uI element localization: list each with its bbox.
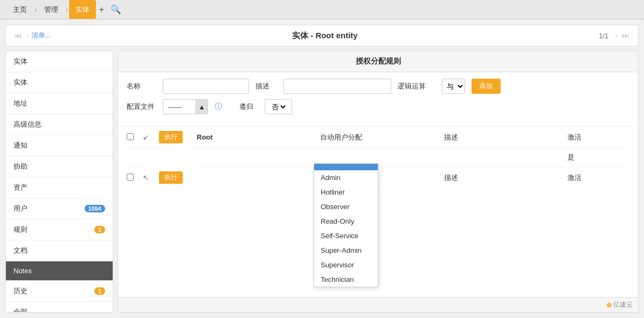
sidebar-label-entity1: 实体 — [13, 57, 27, 66]
row2-active-header: 激活 — [567, 173, 629, 183]
logic-select-input[interactable]: 与 或 — [442, 82, 465, 91]
page-header: ⏮ ‹ 清单... 实体 - Root entity 1/1 › ⏭ — [5, 25, 639, 46]
sidebar-label-advanced: 高级信息 — [13, 120, 41, 129]
form-area: 名称 描述 逻辑运算 与 或 添加 配置文件 — [118, 72, 638, 127]
sidebar-item-notify[interactable]: 通知 — [6, 135, 113, 156]
col-desc-label: 描述 — [444, 133, 458, 141]
row1-name: Root — [197, 133, 320, 141]
form-row-1: 名称 描述 逻辑运算 与 或 添加 — [127, 79, 629, 94]
followup-label: 遵归 — [239, 102, 258, 112]
nav-separator-2: › — [66, 6, 68, 13]
main-container: ⏮ ‹ 清单... 实体 - Root entity 1/1 › ⏭ 实体 实体… — [0, 19, 644, 318]
row2-desc-header: 描述 — [444, 173, 567, 183]
sidebar: 实体 实体 地址 高级信息 通知 协助 资产 用户 1094 — [5, 51, 113, 313]
sidebar-item-address[interactable]: 地址 — [6, 93, 113, 114]
sidebar-label-rules: 规则 — [13, 225, 27, 234]
dropdown-item-hotliner[interactable]: Hotliner — [314, 185, 378, 199]
sidebar-item-users[interactable]: 用户 1094 — [6, 198, 113, 219]
row2-desc-label: 描述 — [444, 174, 458, 182]
row2-active-label: 激活 — [567, 174, 581, 182]
users-badge: 1094 — [85, 205, 105, 212]
dropdown-item-observer[interactable]: Observer — [314, 199, 378, 214]
row2-exec-btn[interactable]: 执行 — [159, 171, 183, 184]
sidebar-label-all: 全部 — [13, 307, 27, 313]
config-label: 配置文件 — [127, 102, 156, 112]
sidebar-item-rules[interactable]: 规则 1 — [6, 219, 113, 240]
sidebar-item-assist[interactable]: 协助 — [6, 156, 113, 177]
row1-action: 执行 — [159, 131, 197, 143]
arrow-up-left-icon: ↖ — [143, 174, 149, 182]
name-label: 名称 — [127, 81, 156, 91]
followup-select-input[interactable]: 否 是 — [269, 102, 287, 112]
sidebar-item-asset[interactable]: 资产 — [6, 177, 113, 198]
sidebar-item-advanced[interactable]: 高级信息 — [6, 114, 113, 135]
page-title: 实体 - Root entity — [51, 31, 599, 41]
panel-header: 授权分配规则 — [118, 51, 638, 72]
rules-badge: 1 — [94, 226, 105, 233]
logic-select[interactable]: 与 或 — [442, 79, 465, 94]
desc-input[interactable] — [283, 79, 391, 94]
nav-admin[interactable]: 管理 — [38, 0, 65, 19]
sidebar-label-entity2: 实体 — [13, 78, 27, 87]
row1-arrow: ↙ — [143, 133, 159, 141]
nav-admin-label: 管理 — [44, 5, 58, 15]
followup-select[interactable]: 否 是 — [265, 99, 292, 114]
info-icon[interactable]: ⓘ — [214, 102, 222, 112]
page-count: 1/1 — [599, 32, 608, 40]
sidebar-label-users: 用户 — [13, 204, 27, 213]
form-row-2: 配置文件 ------ ▲ ⓘ 遵归 否 是 — [127, 99, 629, 114]
row1d-active: 是 — [567, 153, 629, 162]
panel-title: 授权分配规则 — [356, 57, 401, 65]
sidebar-label-address: 地址 — [13, 99, 27, 108]
brand: ⊕ 亿速云 — [606, 300, 633, 309]
config-dropdown: Admin Hotliner Observer Read-Only Self-S… — [314, 163, 378, 287]
prev-page-btn[interactable]: ‹ — [24, 31, 31, 40]
first-page-btn[interactable]: ⏮ — [12, 31, 24, 40]
sidebar-item-entity1[interactable]: 实体 — [6, 51, 113, 72]
brand-logo: ⊕ — [606, 301, 612, 309]
col-auto-header: 自动用户分配 — [320, 133, 444, 142]
name-input[interactable] — [163, 79, 249, 94]
sidebar-item-notes[interactable]: Notes — [6, 261, 113, 281]
search-icon[interactable]: 🔍 — [107, 4, 124, 15]
nav-home[interactable]: 主页 — [6, 0, 33, 19]
row1-name-value: Root — [197, 133, 213, 141]
dropdown-item-readonly[interactable]: Read-Only — [314, 214, 378, 229]
next-page-btn[interactable]: › — [613, 31, 620, 40]
row2-check — [127, 174, 143, 182]
row2-arrow: ↖ — [143, 174, 159, 182]
sidebar-item-entity2[interactable]: 实体 — [6, 72, 113, 93]
row2-checkbox[interactable] — [127, 174, 134, 181]
row2-action: 执行 — [159, 171, 197, 184]
col-active-label: 激活 — [567, 133, 581, 141]
dropdown-item-empty[interactable] — [314, 164, 378, 170]
last-page-btn[interactable]: ⏭ — [620, 31, 632, 40]
dropdown-item-selfservice[interactable]: Self-Service — [314, 229, 378, 243]
config-select-display: ------ — [163, 103, 196, 111]
sidebar-label-notes: Notes — [13, 267, 32, 275]
sidebar-label-docs: 文档 — [13, 246, 27, 255]
sidebar-label-history: 历史 — [13, 286, 27, 296]
sidebar-item-all[interactable]: 全部 — [6, 302, 113, 313]
sidebar-label-notify: 通知 — [13, 141, 27, 150]
dropdown-item-superadmin[interactable]: Super-Admin — [314, 243, 378, 258]
sidebar-item-history[interactable]: 历史 1 — [6, 281, 113, 302]
sidebar-label-assist: 协助 — [13, 162, 27, 171]
row1-exec-btn[interactable]: 执行 — [159, 131, 183, 143]
dropdown-item-supervisor[interactable]: Supervisor — [314, 258, 378, 272]
dropdown-item-admin[interactable]: Admin — [314, 170, 378, 185]
config-arrow-btn[interactable]: ▲ — [196, 100, 207, 114]
add-button[interactable]: 添加 — [472, 79, 501, 94]
nav-entity[interactable]: 实体 — [69, 0, 96, 19]
row1-checkbox[interactable] — [127, 133, 134, 140]
nav-separator-1: › — [34, 6, 37, 13]
add-icon[interactable]: + — [96, 5, 107, 15]
bottom-bar: ⊕ 亿速云 — [118, 297, 638, 312]
logic-label: 逻辑运算 — [398, 81, 435, 91]
dropdown-item-technician[interactable]: Technician — [314, 272, 378, 287]
clear-link[interactable]: 清单... — [31, 31, 51, 40]
col-auto-label: 自动用户分配 — [320, 133, 362, 141]
sidebar-item-docs[interactable]: 文档 — [6, 240, 113, 261]
config-select-group[interactable]: ------ ▲ — [163, 99, 208, 114]
main-panel: 授权分配规则 名称 描述 逻辑运算 与 或 添加 — [117, 51, 639, 313]
